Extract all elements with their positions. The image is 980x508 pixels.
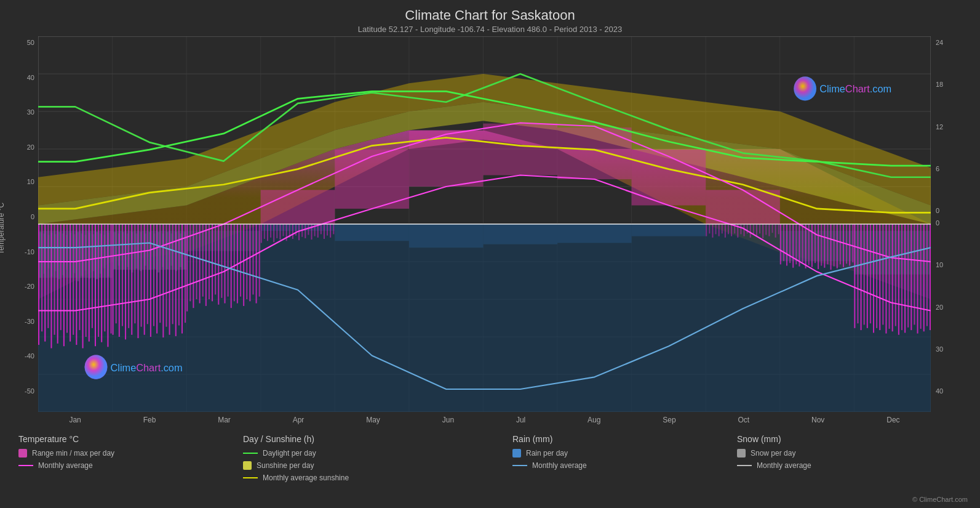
svg-rect-126	[205, 224, 207, 306]
svg-rect-73	[41, 224, 42, 331]
svg-rect-158	[305, 224, 306, 238]
svg-rect-159	[308, 224, 309, 235]
y-tick-rain: 40	[936, 387, 943, 395]
svg-rect-98	[119, 224, 120, 337]
legend-item-sunshine-avg: Monthly average sunshine	[243, 474, 512, 482]
y-tick: 20	[27, 143, 34, 151]
svg-rect-233	[907, 224, 909, 328]
svg-rect-107	[147, 224, 148, 324]
legend-title-sunshine: Day / Sunshine (h)	[243, 434, 512, 444]
svg-rect-78	[57, 224, 58, 344]
legend-item-temp-range: Range min / max per day	[18, 449, 243, 458]
y-tick-sunshine: 18	[936, 81, 943, 88]
svg-rect-207	[827, 224, 828, 264]
svg-text:ClimeChart.com: ClimeChart.com	[819, 83, 891, 95]
svg-rect-236	[917, 224, 918, 334]
copyright: © ClimeChart.com	[912, 496, 968, 503]
svg-rect-210	[837, 224, 838, 268]
chart-title: Climate Chart for Saskatoon	[0, 7, 980, 23]
svg-rect-135	[234, 224, 235, 301]
svg-rect-124	[199, 224, 201, 304]
legend-col-rain: Rain (mm) Rain per day Monthly average	[512, 434, 737, 504]
svg-rect-90	[95, 224, 96, 346]
svg-rect-132	[224, 224, 225, 304]
svg-rect-195	[789, 224, 791, 263]
svg-rect-190	[775, 224, 776, 238]
legend-title-rain: Rain (mm)	[512, 434, 737, 444]
svg-rect-89	[92, 224, 93, 328]
legend-swatch-rain-avg	[512, 465, 527, 466]
svg-rect-218	[861, 224, 862, 330]
y-tick-sunshine: 0	[936, 207, 939, 214]
svg-rect-173	[722, 224, 723, 233]
month-label: Apr	[293, 416, 305, 424]
svg-rect-111	[159, 224, 161, 323]
svg-rect-180	[743, 224, 744, 236]
svg-rect-206	[824, 224, 825, 268]
legend-item-rain-bar: Rain per day	[512, 449, 737, 458]
svg-rect-102	[131, 224, 132, 335]
svg-rect-97	[116, 224, 117, 323]
svg-point-253	[794, 76, 816, 100]
svg-rect-165	[327, 224, 328, 236]
svg-rect-110	[156, 224, 157, 334]
plot-area: ClimeChart.com ClimeChart.com	[38, 36, 931, 412]
month-label: Jan	[69, 416, 81, 424]
y-tick-rain: 20	[936, 304, 943, 311]
svg-rect-151	[282, 224, 284, 236]
svg-rect-241	[261, 190, 335, 224]
legend-swatch-sunshine-avg	[243, 477, 258, 478]
svg-rect-227	[889, 224, 890, 329]
svg-rect-200	[805, 224, 807, 268]
svg-rect-189	[771, 224, 773, 233]
svg-rect-239	[926, 224, 928, 326]
svg-rect-138	[243, 224, 244, 306]
svg-rect-171	[715, 224, 717, 234]
svg-rect-247	[706, 190, 780, 224]
svg-rect-129	[215, 224, 216, 294]
svg-rect-137	[240, 224, 241, 297]
y-tick-rain: 0	[936, 219, 939, 227]
svg-rect-191	[778, 224, 779, 234]
svg-rect-105	[141, 224, 142, 327]
y-tick: 40	[27, 74, 34, 81]
y-tick-sunshine: 6	[936, 165, 939, 172]
svg-rect-166	[330, 224, 331, 238]
svg-rect-163	[321, 224, 322, 234]
svg-rect-133	[228, 224, 229, 297]
svg-rect-156	[298, 224, 300, 240]
svg-rect-150	[279, 224, 281, 240]
svg-rect-122	[193, 224, 194, 308]
svg-rect-203	[815, 224, 816, 263]
svg-rect-106	[144, 224, 145, 335]
svg-rect-234	[910, 224, 912, 330]
svg-rect-237	[920, 224, 922, 329]
svg-rect-244	[483, 124, 557, 175]
month-label: Mar	[218, 416, 231, 424]
y-axis-left-label: Temperature °C	[0, 203, 6, 254]
legend-label-sunshine-avg: Monthly average sunshine	[263, 474, 349, 482]
legend-col-sunshine: Day / Sunshine (h) Daylight per day Suns…	[243, 434, 512, 504]
svg-rect-94	[107, 224, 108, 347]
svg-rect-119	[185, 224, 186, 323]
y-tick-rain: 30	[936, 345, 943, 353]
svg-rect-134	[231, 224, 232, 308]
svg-rect-204	[818, 224, 819, 269]
svg-rect-246	[632, 150, 706, 205]
svg-rect-87	[86, 224, 87, 337]
legend-area: Temperature °C Range min / max per day M…	[0, 428, 980, 508]
svg-rect-176	[731, 224, 732, 236]
svg-rect-243	[409, 131, 484, 187]
legend-item-snow-avg: Monthly average	[737, 461, 962, 470]
legend-label-rain-avg: Monthly average	[532, 461, 587, 470]
svg-rect-235	[914, 224, 915, 325]
svg-rect-142	[256, 224, 257, 304]
svg-rect-202	[811, 224, 813, 267]
svg-rect-80	[63, 224, 65, 346]
y-tick: 0	[31, 213, 34, 220]
chart-header: Climate Chart for Saskatoon Latitude 52.…	[0, 0, 980, 36]
month-label: Jul	[516, 416, 525, 424]
svg-rect-222	[873, 224, 874, 333]
svg-rect-154	[292, 224, 293, 239]
svg-rect-149	[276, 224, 277, 238]
